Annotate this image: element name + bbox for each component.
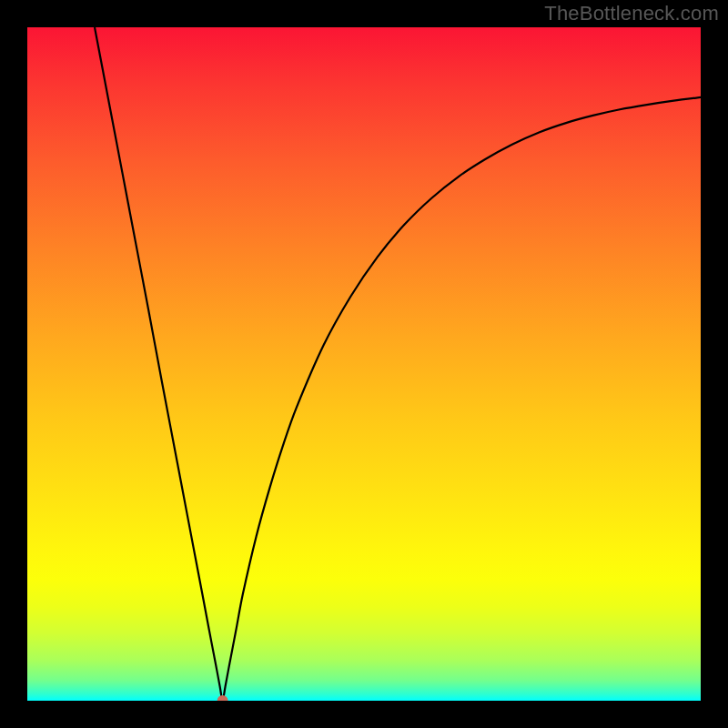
- chart-frame: TheBottleneck.com: [0, 0, 728, 728]
- minimum-marker-dot: [217, 695, 228, 701]
- bottleneck-curve: [95, 27, 701, 701]
- curve-layer: [27, 27, 701, 701]
- plot-area: [27, 27, 701, 701]
- watermark-text: TheBottleneck.com: [544, 2, 719, 25]
